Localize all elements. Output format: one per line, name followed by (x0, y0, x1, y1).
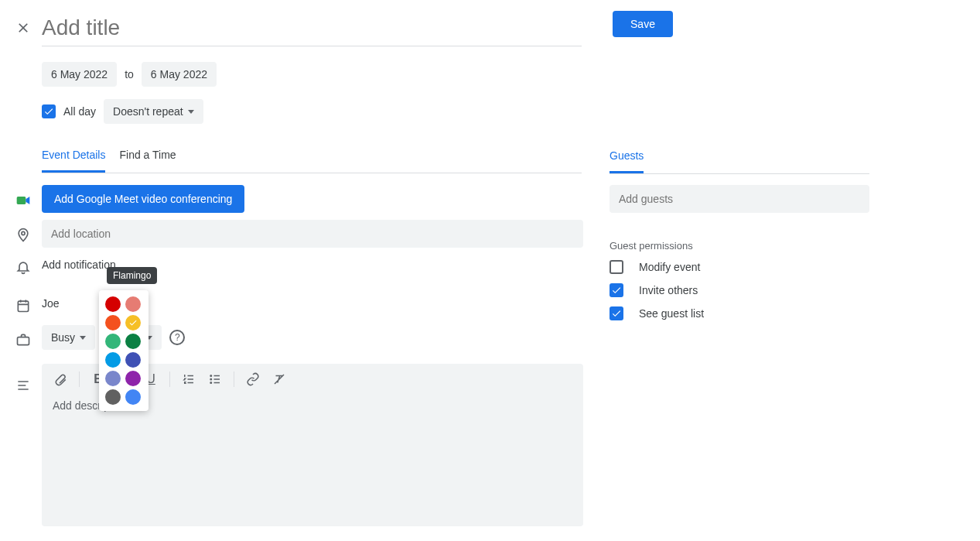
color-swatch-banana[interactable] (125, 315, 141, 330)
color-swatch-flamingo[interactable] (125, 296, 141, 312)
calendar-owner-label: Joe (42, 297, 60, 310)
toolbar-divider (234, 372, 234, 387)
allday-checkbox[interactable] (42, 104, 56, 118)
start-date-chip[interactable]: 6 May 2022 (42, 62, 117, 87)
color-swatch-grape[interactable] (125, 371, 141, 386)
svg-point-5 (210, 378, 212, 380)
perm-label: See guest list (639, 307, 704, 320)
perm-row-see-guest-list: See guest list (610, 306, 704, 320)
color-swatch-basil[interactable] (125, 334, 141, 349)
clear-formatting-button[interactable] (271, 372, 287, 387)
attachment-button[interactable] (53, 372, 68, 387)
color-swatch-blueberry[interactable] (125, 352, 141, 368)
close-button[interactable] (14, 19, 32, 37)
perm-label: Invite others (639, 284, 698, 296)
add-meet-button[interactable]: Add Google Meet video conferencing (42, 185, 244, 213)
ordered-list-button[interactable] (181, 372, 196, 387)
recurrence-label: Doesn't repeat (113, 105, 183, 118)
location-icon (14, 226, 32, 245)
svg-point-1 (22, 231, 25, 235)
perm-checkbox-invite-others[interactable] (610, 283, 623, 297)
add-notification-button[interactable]: Add notification (42, 259, 116, 271)
event-title-input[interactable] (42, 9, 582, 46)
link-button[interactable] (245, 372, 261, 387)
svg-rect-3 (18, 337, 29, 345)
tab-guests[interactable]: Guests (610, 149, 644, 173)
perm-checkbox-modify-event[interactable] (610, 260, 623, 274)
calendar-icon (14, 296, 32, 315)
allday-label: All day (63, 105, 96, 118)
main-tabs: Event Details Find a Time (42, 149, 582, 173)
end-date-chip[interactable]: 6 May 2022 (142, 62, 217, 87)
date-row: 6 May 2022 to 6 May 2022 (42, 62, 217, 87)
tab-event-details[interactable]: Event Details (42, 149, 105, 173)
perm-row-invite-others: Invite others (610, 283, 698, 297)
color-swatch-graphite[interactable] (105, 389, 121, 405)
color-tooltip: Flamingo (107, 267, 157, 284)
to-label: to (125, 68, 134, 80)
location-input[interactable] (42, 220, 583, 248)
chevron-down-icon (188, 110, 194, 114)
meet-icon (14, 191, 32, 210)
svg-point-6 (210, 382, 212, 384)
visibility-help-icon[interactable]: ? (169, 330, 185, 345)
color-swatch-default[interactable] (125, 389, 141, 405)
tab-find-a-time[interactable]: Find a Time (119, 149, 176, 173)
perm-row-modify-event: Modify event (610, 260, 700, 274)
svg-rect-2 (18, 301, 28, 311)
toolbar-divider (79, 372, 80, 387)
availability-dropdown[interactable]: Busy (42, 325, 95, 350)
unordered-list-button[interactable] (207, 372, 223, 387)
svg-point-4 (210, 375, 212, 377)
event-color-popover (99, 290, 149, 411)
toolbar-divider (169, 372, 170, 387)
chevron-down-icon (80, 336, 86, 340)
color-swatch-lavender[interactable] (105, 371, 121, 386)
color-swatch-tomato[interactable] (105, 296, 121, 312)
availability-label: Busy (51, 331, 75, 344)
description-icon (14, 376, 32, 395)
recurrence-dropdown[interactable]: Doesn't repeat (104, 99, 203, 124)
color-swatch-tangerine[interactable] (105, 315, 121, 330)
briefcase-icon (14, 330, 32, 349)
svg-rect-0 (17, 197, 26, 204)
notification-icon (14, 258, 32, 276)
save-button[interactable]: Save (613, 11, 673, 37)
perm-label: Modify event (639, 261, 700, 273)
allday-row: All day Doesn't repeat (42, 99, 203, 124)
color-swatch-sage[interactable] (105, 334, 121, 349)
guest-permissions-title: Guest permissions (610, 240, 693, 252)
guests-tabs: Guests (610, 149, 869, 174)
add-guests-input[interactable] (610, 185, 869, 213)
perm-checkbox-see-guest-list[interactable] (610, 306, 623, 320)
color-swatch-peacock[interactable] (105, 352, 121, 368)
